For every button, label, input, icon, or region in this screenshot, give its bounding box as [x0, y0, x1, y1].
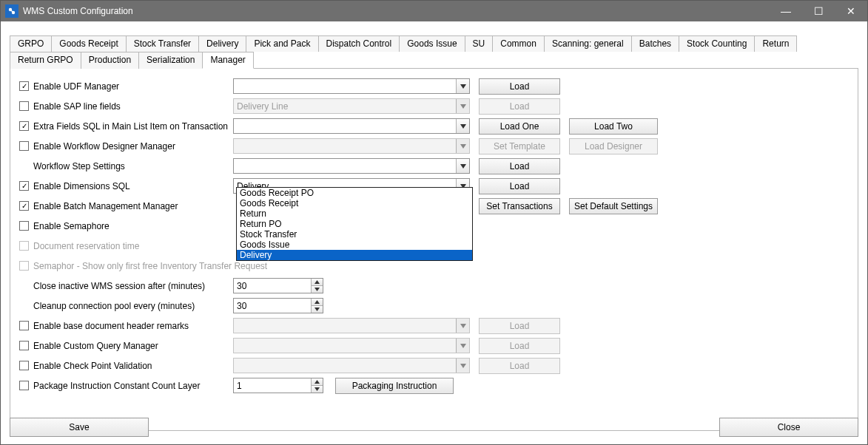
custom-query-load-button: Load	[479, 338, 560, 354]
enable-batch-label: Enable Batch Management Manager	[33, 201, 233, 211]
sap-combo: Delivery Line	[233, 98, 470, 114]
spin-up-icon[interactable]	[312, 299, 323, 306]
custom-query-checkbox[interactable]	[19, 341, 29, 350]
package-instruction-label: Package Instruction Constant Count Layer	[33, 381, 233, 391]
checkpoint-label: Enable Check Point Validation	[33, 361, 233, 371]
tab-batches[interactable]: Batches	[631, 35, 679, 52]
udf-load-button[interactable]: Load	[479, 78, 560, 95]
tab-production[interactable]: Production	[81, 52, 139, 69]
dropdown-item[interactable]: Stock Transfer	[237, 229, 472, 240]
tab-strip: GRPOGoods ReceiptStock TransferDeliveryP…	[10, 35, 858, 69]
tab-serialization[interactable]: Serialization	[138, 52, 203, 69]
spin-up-icon[interactable]	[312, 378, 323, 386]
tab-common[interactable]: Common	[492, 35, 545, 52]
tab-su[interactable]: SU	[465, 35, 494, 52]
cleanup-pool-numeric[interactable]: 30	[233, 298, 323, 313]
save-button[interactable]: Save	[10, 418, 149, 437]
close-inactive-label: Close inactive WMS session after (minute…	[33, 281, 233, 291]
enable-semaphore-label: Enable Semaphore	[33, 221, 233, 231]
dropdown-item[interactable]: Delivery	[237, 250, 472, 260]
enable-batch-checkbox[interactable]: ✓	[19, 201, 29, 211]
checkpoint-checkbox[interactable]	[19, 361, 29, 370]
tab-pick-and-pack[interactable]: Pick and Pack	[246, 35, 318, 52]
chevron-down-icon	[456, 139, 469, 153]
semaphor-firstfree-label: Semaphor - Show only first free Inventor…	[33, 261, 267, 271]
enable-sap-checkbox[interactable]	[19, 101, 29, 111]
workflow-step-combo[interactable]	[233, 158, 470, 174]
cleanup-pool-label: Cleanup connection pool every (minutes)	[33, 301, 233, 311]
chevron-down-icon	[456, 99, 469, 113]
dropdown-item[interactable]: Return	[237, 208, 472, 219]
minimize-button[interactable]: —	[770, 1, 802, 21]
sap-load-button: Load	[479, 98, 560, 115]
tab-grpo[interactable]: GRPO	[10, 35, 52, 52]
workflow-designer-checkbox[interactable]	[19, 141, 29, 151]
basedoc-load-button: Load	[479, 318, 560, 334]
tab-body-manager: ✓ Enable UDF Manager Load Enable SAP lin…	[10, 69, 858, 431]
workflow-step-load-button[interactable]: Load	[479, 158, 560, 174]
close-button[interactable]: Close	[719, 418, 858, 437]
workflow-combo	[233, 138, 470, 154]
chevron-down-icon	[456, 359, 469, 373]
set-template-button: Set Template	[479, 138, 560, 154]
tab-delivery[interactable]: Delivery	[198, 35, 246, 52]
spin-down-icon[interactable]	[312, 306, 323, 313]
workflow-step-label: Workflow Step Settings	[33, 161, 233, 171]
dropdown-item[interactable]: Goods Issue	[237, 240, 472, 250]
set-default-settings-button[interactable]: Set Default Settings	[569, 198, 658, 214]
chevron-down-icon	[456, 319, 469, 333]
set-transactions-button[interactable]: Set Transactions	[479, 198, 560, 214]
custom-query-combo	[233, 338, 470, 353]
basedoc-remarks-checkbox[interactable]	[19, 321, 29, 330]
window-title: WMS Custom Configuration	[23, 6, 770, 16]
package-count-numeric[interactable]: 1	[233, 378, 323, 393]
client-area: GRPOGoods ReceiptStock TransferDeliveryP…	[1, 21, 867, 444]
load-two-button[interactable]: Load Two	[569, 118, 658, 135]
maximize-button[interactable]: ☐	[802, 1, 835, 21]
basedoc-remarks-label: Enable base document header remarks	[33, 321, 233, 331]
tab-goods-issue[interactable]: Goods Issue	[399, 35, 465, 52]
dimensions-dropdown-list[interactable]: Goods Receipt POGoods ReceiptReturnRetur…	[236, 187, 473, 261]
dropdown-item[interactable]: Goods Receipt	[237, 198, 472, 208]
document-reservation-checkbox	[19, 241, 29, 251]
chevron-down-icon	[456, 339, 469, 353]
extra-combo[interactable]	[233, 118, 470, 134]
spin-down-icon[interactable]	[312, 386, 323, 393]
chevron-down-icon[interactable]	[456, 79, 469, 93]
chevron-down-icon[interactable]	[456, 159, 469, 173]
load-one-button[interactable]: Load One	[479, 118, 560, 135]
enable-dimensions-checkbox[interactable]: ✓	[19, 181, 29, 191]
enable-udf-checkbox[interactable]: ✓	[19, 81, 29, 91]
main-window: WMS Custom Configuration — ☐ ✕ GRPOGoods…	[0, 0, 868, 445]
semaphor-firstfree-checkbox	[19, 261, 29, 271]
enable-semaphore-checkbox[interactable]	[19, 221, 29, 231]
tab-stock-transfer[interactable]: Stock Transfer	[126, 35, 199, 52]
chevron-down-icon[interactable]	[456, 119, 469, 133]
dimensions-load-button[interactable]: Load	[479, 178, 560, 194]
tab-stock-counting[interactable]: Stock Counting	[679, 35, 755, 52]
footer-bar: Save Close	[10, 418, 858, 437]
packaging-instruction-button[interactable]: Packaging Instruction	[335, 378, 454, 394]
tab-return[interactable]: Return	[754, 35, 797, 52]
tab-scanning-general[interactable]: Scanning: general	[544, 35, 632, 52]
dropdown-item[interactable]: Return PO	[237, 219, 472, 229]
extra-fields-checkbox[interactable]: ✓	[19, 121, 29, 131]
enable-dimensions-label: Enable Dimensions SQL	[33, 181, 233, 191]
close-inactive-numeric[interactable]: 30	[233, 278, 323, 293]
enable-sap-label: Enable SAP line fields	[33, 101, 233, 112]
udf-combo[interactable]	[233, 78, 470, 94]
dropdown-item[interactable]: Goods Receipt PO	[237, 188, 472, 198]
extra-fields-label: Extra Fields SQL in Main List Item on Tr…	[33, 121, 233, 132]
close-window-button[interactable]: ✕	[835, 1, 867, 21]
basedoc-combo	[233, 318, 470, 333]
spin-up-icon[interactable]	[312, 279, 323, 286]
workflow-designer-label: Enable Workflow Designer Manager	[33, 141, 233, 152]
tab-manager[interactable]: Manager	[202, 52, 253, 69]
tab-return-grpo[interactable]: Return GRPO	[10, 52, 81, 69]
spin-down-icon[interactable]	[312, 286, 323, 293]
document-reservation-label: Document reservation time	[33, 241, 233, 251]
tab-goods-receipt[interactable]: Goods Receipt	[51, 35, 126, 52]
tab-dispatch-control[interactable]: Dispatch Control	[318, 35, 400, 52]
package-instruction-checkbox[interactable]	[19, 381, 29, 390]
checkpoint-combo	[233, 358, 470, 373]
